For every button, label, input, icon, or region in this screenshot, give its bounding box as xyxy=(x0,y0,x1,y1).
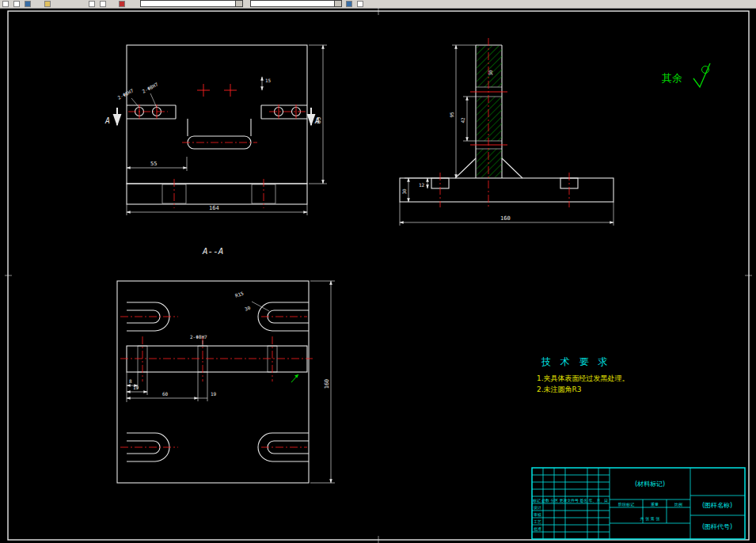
hatched-column-top xyxy=(477,46,502,87)
section-title: A--A xyxy=(202,246,224,256)
title-block: (材料标记) (图样名称) (图样代号) 标记 处数 分区 更改文件号 签名 年… xyxy=(532,468,745,539)
dim-160-side: 160 xyxy=(500,215,511,222)
section-view: A--A R15 xyxy=(117,246,335,483)
radius-note: R15 xyxy=(234,290,245,298)
front-view: 2-Φ6H7 2-Φ8H7 A A 55 164 85 15 xyxy=(104,45,327,215)
hole-note-2: 2-Φ8H7 xyxy=(141,81,159,94)
sheets-label: 共 张 第 张 xyxy=(640,516,660,522)
dim-60: 60 xyxy=(162,391,169,397)
dim-42: 42 xyxy=(460,117,465,123)
dim-19b: 19 xyxy=(211,391,217,397)
sign-check-label: 审核 xyxy=(534,512,541,517)
dim-55: 55 xyxy=(150,161,157,167)
scale-label: 比例 xyxy=(674,502,682,507)
roughness-icon xyxy=(693,63,710,87)
stage-label: 阶段标记 xyxy=(618,502,634,507)
dim-30-column: 30 xyxy=(488,70,493,76)
dim-8: 8 xyxy=(129,378,132,384)
hole-note-section: 2-Φ8H7 xyxy=(190,334,207,340)
dim-160-section: 160 xyxy=(324,379,330,389)
drawing-canvas[interactable]: 2-Φ6H7 2-Φ8H7 A A 55 164 85 15 xyxy=(0,0,756,543)
dim-30-base: 30 xyxy=(401,188,407,195)
dim-164: 164 xyxy=(209,205,219,211)
tech-requirements: 技 术 要 求 1.夹具体表面经过发黑处理。 2.未注圆角R3 xyxy=(537,356,629,393)
hatched-band xyxy=(127,346,307,372)
revision-header: 标记 处数 分区 更改文件号 签名 年、月、日 xyxy=(532,498,608,503)
hatched-column-bottom xyxy=(477,149,502,177)
sign-approve-label: 批准 xyxy=(534,526,541,532)
dim-12: 12 xyxy=(419,182,425,188)
tech-title: 技 术 要 求 xyxy=(541,356,610,367)
side-view: 42 95 30 12 30 160 xyxy=(400,38,614,226)
dim-95: 95 xyxy=(449,112,454,118)
tech-item-2: 2.未注圆角R3 xyxy=(537,385,582,393)
hatched-column-mid xyxy=(477,97,502,141)
datum-arrow-icon xyxy=(291,374,298,382)
dim-30-section: 30 xyxy=(244,305,252,312)
sign-process-label: 工艺 xyxy=(534,519,541,524)
dim-19a: 19 xyxy=(133,385,139,390)
drawing-name-label: (图样名称) xyxy=(702,502,732,509)
cad-window: 2-Φ6H7 2-Φ8H7 A A 55 164 85 15 xyxy=(0,0,756,543)
section-mark-left: A xyxy=(104,116,110,125)
weight-label: 重量 xyxy=(651,502,659,507)
drawing-code-label: (图样代号) xyxy=(702,523,732,530)
remainder-label: 其余 xyxy=(662,72,682,84)
dim-15: 15 xyxy=(265,78,272,83)
surface-finish-note: 其余 xyxy=(662,63,710,87)
tech-item-1: 1.夹具体表面经过发黑处理。 xyxy=(537,374,629,382)
sign-design-label: 设计 xyxy=(533,505,541,510)
material-mark-label: (材料标记) xyxy=(635,480,665,488)
dim-85: 85 xyxy=(316,117,322,123)
